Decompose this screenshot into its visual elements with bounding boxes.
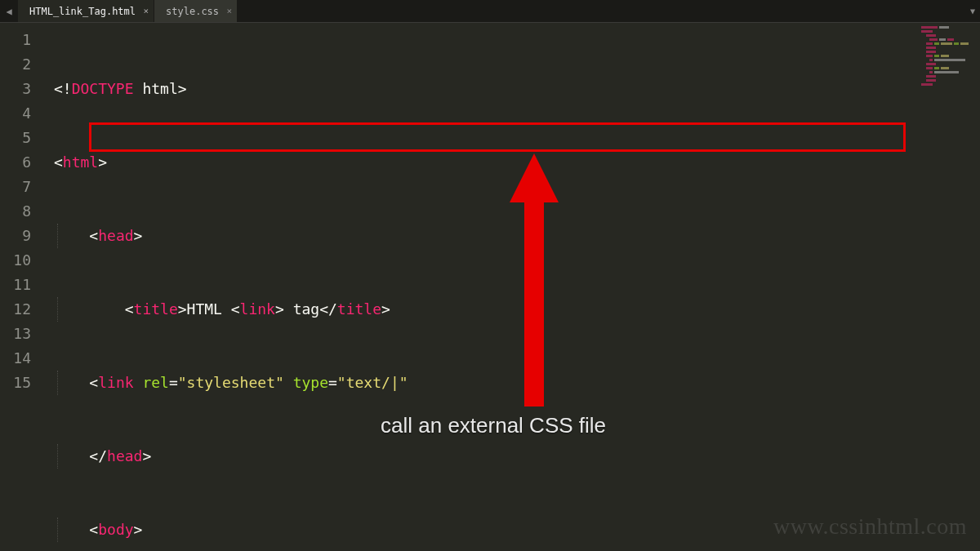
minimap[interactable] xyxy=(921,26,978,100)
line-number: 1 xyxy=(0,28,41,52)
annotation-text: call an external CSS file xyxy=(381,413,606,438)
editor: 1 2 3 4 5 6 7 8 9 10 11 12 13 14 15 <!DO… xyxy=(0,23,980,551)
code-line: </head> xyxy=(41,444,980,469)
line-number: 10 xyxy=(0,248,41,273)
tab-scroll-left[interactable]: ◀ xyxy=(0,0,18,22)
tab-html-link[interactable]: HTML_link_Tag.html × xyxy=(18,0,154,22)
code-line: <title>HTML <link> tag</title> xyxy=(41,297,980,322)
line-number: 13 xyxy=(0,322,41,346)
watermark: www.cssinhtml.com xyxy=(773,513,967,540)
line-number: 11 xyxy=(0,273,41,297)
tab-bar: ◀ HTML_link_Tag.html × style.css × ▼ xyxy=(0,0,980,23)
code-line: <link rel="stylesheet" type="text/|" xyxy=(41,371,980,395)
line-number: 14 xyxy=(0,346,41,371)
code-line: <head> xyxy=(41,224,980,248)
tab-label: HTML_link_Tag.html xyxy=(29,6,136,17)
line-number: 9 xyxy=(0,224,41,248)
line-number: 8 xyxy=(0,199,41,224)
line-number: 15 xyxy=(0,371,41,395)
close-icon[interactable]: × xyxy=(226,6,232,16)
code-line: <!DOCTYPE html> xyxy=(41,77,980,101)
line-number: 4 xyxy=(0,101,41,126)
tab-style-css[interactable]: style.css × xyxy=(154,0,238,22)
line-number: 7 xyxy=(0,175,41,199)
tab-overflow-icon[interactable]: ▼ xyxy=(970,0,975,22)
close-icon[interactable]: × xyxy=(143,6,149,16)
line-number: 12 xyxy=(0,297,41,322)
line-number: 6 xyxy=(0,150,41,175)
line-number: 2 xyxy=(0,52,41,77)
code-line: <html> xyxy=(41,150,980,175)
line-number-gutter: 1 2 3 4 5 6 7 8 9 10 11 12 13 14 15 xyxy=(0,23,41,551)
code-area[interactable]: <!DOCTYPE html> <html> <head> <title>HTM… xyxy=(41,23,980,551)
line-number: 5 xyxy=(0,126,41,150)
line-number: 3 xyxy=(0,77,41,101)
tab-label: style.css xyxy=(166,6,219,17)
